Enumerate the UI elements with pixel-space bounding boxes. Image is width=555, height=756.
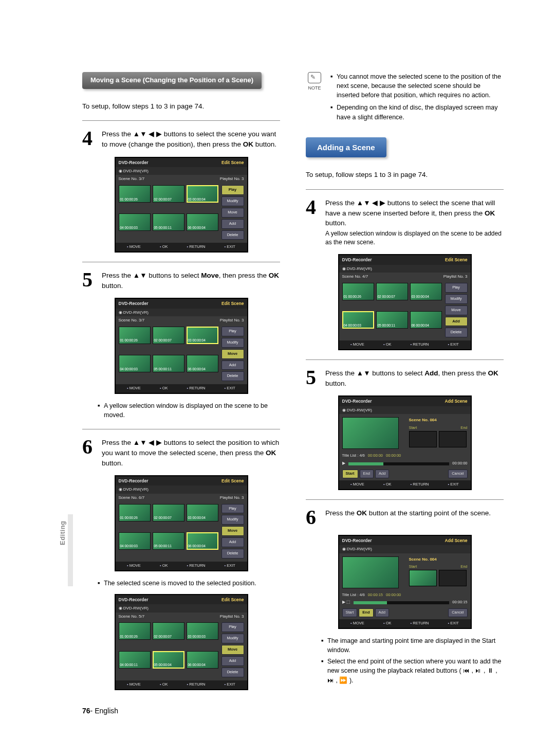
osd-ftr-return: RETURN [187,244,206,250]
note-item: You cannot move the selected scene to th… [330,72,504,100]
thumb-03-selected: 03 00:00:04 [187,185,218,203]
footer-lang: - English [90,707,118,715]
preview-window [342,417,399,449]
step-5: 5 Press the ▲▼ buttons to select Move, t… [82,269,280,291]
scene-no-label: Scene No. [342,274,361,279]
thumb-06: 06 00:00:04 [187,651,218,669]
thumb-02: 02 00:00:07 [153,185,184,203]
disc-type: DVD-RW(VR) [347,266,372,271]
thumb-04: 04 00:00:03 [119,355,151,372]
osd-ftr-exit: EXIT [448,482,459,488]
step-body: Press the ▲▼ ◀ ▶ buttons to select the p… [102,437,280,468]
divider [82,120,280,121]
osd-ftr-ok: OK [160,682,168,688]
disc-type: DVD-RW(VR) [347,408,372,412]
bullet-item: The image and starting point time are di… [321,636,504,655]
osd-mode: Edit Scene [221,159,244,166]
text: Press the [102,130,133,138]
emphasis: Add [424,369,438,377]
osd-btn-end: End [360,470,374,478]
start-end-panel: Scene No. 004 StartEnd [409,553,471,586]
osd-ftr-ok: OK [160,386,168,391]
time-right: 00:00:00 [386,592,401,598]
thumb-01: 01 00:00:26 [119,327,151,344]
osd-footer: MOVE OK RETURN EXIT [116,562,247,570]
disc-type: DVD-RW(VR) [347,547,372,551]
playlist-no: Playlist No. 3 [220,317,244,323]
osd-btn-move: Move [221,645,244,655]
thumb-03: 03 00:00:04 [187,504,218,521]
osd-btn-delete: Delete [221,230,244,240]
osd-ftr-exit: EXIT [225,244,235,250]
osd-btn-add: Add [375,470,389,478]
osd-screen-add-highlight: DVD-RecorderEdit Scene ◉ DVD-RW(VR) Scen… [338,254,472,350]
thumb-01: 01 00:00:26 [119,185,151,203]
timeline [354,601,450,604]
osd-mode: Edit Scene [221,478,244,484]
osd-btn-play: Play [445,283,468,293]
osd-title: DVD-Recorder [342,398,372,404]
osd-btn-add: Add [375,608,389,617]
osd-btn-add: Add [221,219,244,229]
thumbnail-grid: 01 00:00:26 02 00:00:07 03 00:00:04 04 0… [342,283,442,337]
bottom-bullets: The image and starting point time are di… [321,636,504,685]
scene-no-label: Scene No. [119,318,138,322]
scene-no-value: 5/7 [139,614,144,619]
scene-no-value: 3/7 [139,318,144,322]
osd-ftr-move: MOVE [127,386,141,391]
text: ▲▼ buttons to select [357,369,425,377]
osd-ftr-exit: EXIT [448,621,459,626]
osd-footer: MOVE OK RETURN EXIT [116,680,247,689]
divider [82,429,280,429]
note-list: You cannot move the selected scene to th… [330,72,504,125]
osd-btn-delete: Delete [221,549,244,559]
osd-btn-add: Add [445,317,468,327]
thumb-05-selected: 05 00:00:04 [153,651,184,669]
osd-screen-move-highlight: DVD-RecorderEdit Scene ◉ DVD-RW(VR) Scen… [115,298,248,394]
osd-btn-modify: Modify [221,196,244,206]
start-thumb [409,431,437,447]
thumb-04: 04 00:00:03 [119,213,151,231]
substep-list: The selected scene is moved to the selec… [98,579,280,588]
time-left: 00:00:15 [368,592,383,598]
end-thumb [439,431,467,447]
osd-btn-delete: Delete [445,328,468,337]
scene-no-label: Scene No. [119,614,138,619]
osd-ftr-move: MOVE [350,621,364,626]
osd-title: DVD-Recorder [119,478,149,484]
side-section-label: Editing [59,520,66,545]
osd-footer: MOVE OK RETURN EXIT [116,243,247,251]
thumb-05: 05 00:00:11 [376,311,408,329]
osd-ftr-return: RETURN [411,621,429,626]
thumb-02: 02 00:00:07 [376,283,408,300]
osd-btn-delete: Delete [221,371,244,381]
note-icon: NOTE [306,72,323,125]
title-list: Title List : 4/6 [342,453,365,459]
section-header-adding: Adding a Scene [306,137,386,158]
section-header-moving: Moving a Scene (Changing the Position of… [82,72,262,89]
step-number: 5 [82,269,97,291]
emphasis: OK [485,209,495,217]
thumb-03-selected: 03 00:00:04 [187,327,218,344]
osd-side-buttons: Play Modify Move Add Delete [221,327,244,381]
end-thumb [439,570,467,586]
thumb-05: 05 00:00:11 [153,213,184,231]
osd-btn-start: Start [342,608,358,617]
osd-btn-modify: Modify [221,338,244,348]
osd-ftr-move: MOVE [350,342,364,348]
substep-item: The selected scene is moved to the selec… [98,579,280,588]
end-label: End [460,425,467,431]
osd-ftr-ok: OK [160,244,168,250]
text: button. [253,140,276,148]
osd-ftr-exit: EXIT [225,563,235,569]
scene-no-label: Scene No. [119,495,138,500]
note-item: Depending on the kind of disc, the displ… [330,103,504,121]
step-body: Press the ▲▼ ◀ ▶ buttons to select the s… [325,197,504,247]
text: ▲▼ buttons to select [133,272,201,279]
disc-type: DVD-RW(VR) [123,169,149,173]
osd-ftr-move: MOVE [127,244,141,250]
osd-btn-play: Play [221,327,244,336]
substep-item: A yellow selection window is displayed o… [98,401,280,420]
right-column: NOTE You cannot move the selected scene … [306,72,504,697]
osd-side-buttons: Play Modify Move Add Delete [221,504,244,559]
